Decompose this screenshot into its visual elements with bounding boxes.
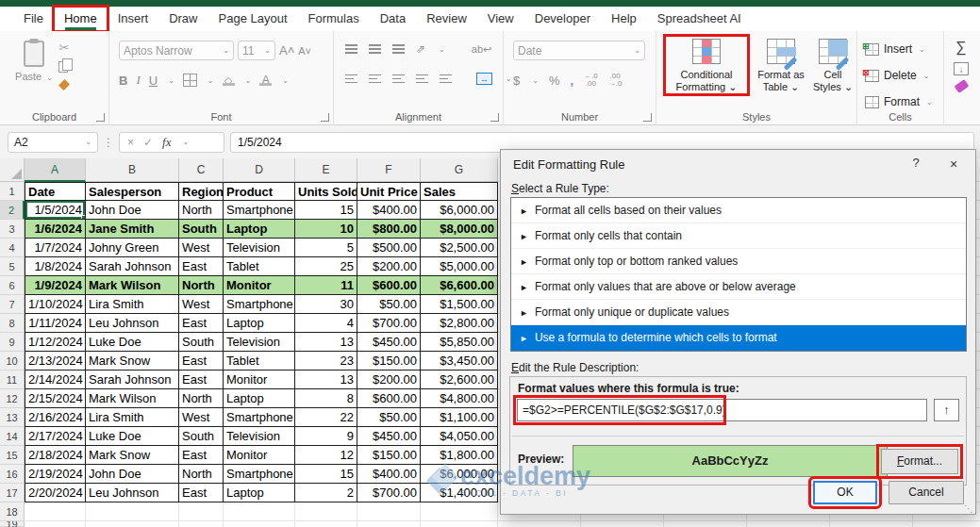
- cell-F8[interactable]: $700.00: [357, 314, 421, 333]
- cell-G9[interactable]: $5,850.00: [421, 333, 498, 352]
- cancel-button[interactable]: Cancel: [889, 481, 964, 504]
- row-header-14[interactable]: 14: [0, 427, 25, 446]
- cell-C17[interactable]: East: [179, 484, 224, 502]
- cell-E18[interactable]: [295, 502, 357, 521]
- cell-A13[interactable]: 2/16/2024: [25, 408, 86, 427]
- cell-B11[interactable]: Sarah Johnson: [86, 371, 179, 389]
- cell-styles-button[interactable]: Cell Styles ⌄: [811, 37, 855, 93]
- row-header-12[interactable]: 12: [0, 389, 25, 408]
- row-header-8[interactable]: 8: [0, 314, 25, 333]
- row-header-9[interactable]: 9: [0, 333, 25, 352]
- cell-E9[interactable]: 13: [295, 333, 357, 352]
- cell-F3[interactable]: $800.00: [357, 220, 421, 239]
- cell-G16[interactable]: $6,000.00: [421, 465, 498, 484]
- column-header-G[interactable]: G: [421, 158, 498, 182]
- row-header-1[interactable]: 1: [0, 182, 25, 201]
- decrease-indent-button[interactable]: [416, 74, 428, 84]
- cell-C14[interactable]: South: [179, 427, 224, 446]
- cancel-entry-icon[interactable]: ×: [127, 136, 134, 149]
- orientation-button[interactable]: ⇗: [416, 42, 425, 56]
- tab-insert[interactable]: Insert: [108, 7, 159, 31]
- tab-view[interactable]: View: [477, 7, 524, 31]
- italic-button[interactable]: I: [136, 73, 140, 88]
- cell-E3[interactable]: 10: [295, 220, 357, 239]
- shrink-font-button[interactable]: A˅: [298, 45, 311, 57]
- cell-B6[interactable]: Mark Wilson: [86, 276, 179, 295]
- dialog-close-button[interactable]: ×: [939, 154, 968, 174]
- cell-G18[interactable]: [421, 502, 498, 521]
- row-header-2[interactable]: 2: [0, 201, 25, 220]
- cell-E17[interactable]: 2: [295, 484, 357, 502]
- cell-B3[interactable]: Jane Smith: [86, 220, 179, 239]
- cell-F7[interactable]: $50.00: [357, 295, 421, 314]
- cell-A7[interactable]: 1/10/2024: [25, 295, 86, 314]
- cell-G12[interactable]: $4,800.00: [421, 389, 498, 408]
- row-header-5[interactable]: 5: [0, 257, 25, 276]
- decrease-decimal-button[interactable]: .00→.0: [608, 73, 623, 88]
- cell-A11[interactable]: 2/14/2024: [25, 371, 86, 389]
- copy-button[interactable]: [58, 61, 68, 73]
- cell-E6[interactable]: 11: [295, 276, 357, 295]
- format-painter-button[interactable]: [58, 79, 70, 91]
- cell-B5[interactable]: Sarah Johnson: [86, 257, 179, 276]
- cell-D17[interactable]: Laptop: [224, 484, 295, 502]
- cell-B9[interactable]: Luke Doe: [86, 333, 179, 352]
- align-center-button[interactable]: [369, 74, 381, 84]
- underline-button[interactable]: U: [149, 74, 158, 88]
- column-header-B[interactable]: B: [86, 158, 179, 182]
- cell-A4[interactable]: 1/7/2024: [25, 239, 86, 257]
- align-top-button[interactable]: [345, 44, 357, 54]
- cell-E8[interactable]: 4: [295, 314, 357, 333]
- currency-button[interactable]: $: [513, 74, 520, 88]
- row-header-4[interactable]: 4: [0, 239, 25, 257]
- dialog-help-button[interactable]: ?: [904, 156, 928, 174]
- tab-data[interactable]: Data: [370, 7, 416, 31]
- cell-G7[interactable]: $1,500.00: [421, 295, 498, 314]
- cell-F2[interactable]: $400.00: [357, 201, 421, 220]
- cell-E2[interactable]: 15: [295, 201, 357, 220]
- row-header-15[interactable]: 15: [0, 446, 25, 465]
- conditional-formatting-button[interactable]: Conditional Formatting ⌄: [666, 37, 747, 93]
- column-header-E[interactable]: E: [295, 158, 357, 182]
- cell-D10[interactable]: Tablet: [224, 352, 295, 371]
- cell-D18[interactable]: [224, 502, 295, 521]
- format-button[interactable]: Format...: [881, 449, 958, 474]
- cell-D11[interactable]: Monitor: [224, 371, 295, 389]
- cell-A2[interactable]: 1/5/2024: [25, 201, 86, 220]
- cell-B19[interactable]: [86, 521, 179, 527]
- cell-A19[interactable]: [25, 521, 86, 527]
- cell-C12[interactable]: North: [179, 389, 224, 408]
- cell-D2[interactable]: Smartphone: [224, 201, 295, 220]
- cell-F1[interactable]: Unit Price: [357, 182, 421, 201]
- borders-button[interactable]: [183, 74, 197, 87]
- cell-C8[interactable]: East: [179, 314, 224, 333]
- tab-help[interactable]: Help: [601, 7, 647, 31]
- grow-font-button[interactable]: A˄: [279, 43, 294, 58]
- cell-F13[interactable]: $50.00: [357, 408, 421, 427]
- cell-E12[interactable]: 8: [295, 389, 357, 408]
- cell-G14[interactable]: $4,050.00: [421, 427, 498, 446]
- cell-A9[interactable]: 1/12/2024: [25, 333, 86, 352]
- column-header-F[interactable]: F: [357, 158, 421, 182]
- cell-F11[interactable]: $200.00: [357, 371, 421, 389]
- cell-G10[interactable]: $3,450.00: [421, 352, 498, 371]
- column-header-C[interactable]: C: [179, 158, 224, 182]
- tab-page-layout[interactable]: Page Layout: [208, 7, 298, 31]
- cell-A18[interactable]: [25, 502, 86, 521]
- cell-A3[interactable]: 1/6/2024: [25, 220, 86, 239]
- cell-D9[interactable]: Television: [224, 333, 295, 352]
- cell-G1[interactable]: Sales: [421, 182, 498, 201]
- select-all-corner[interactable]: [0, 158, 25, 182]
- insert-cells-button[interactable]: ⊞ Insert⌄: [865, 42, 925, 56]
- cell-B10[interactable]: Mark Snow: [86, 352, 179, 371]
- cell-D1[interactable]: Product: [224, 182, 295, 201]
- resize-grip[interactable]: ⋱: [964, 503, 973, 514]
- fill-button[interactable]: ↓: [954, 62, 969, 75]
- cell-A1[interactable]: Date: [25, 182, 86, 201]
- cell-F18[interactable]: [357, 502, 421, 521]
- row-header-18[interactable]: 18: [0, 502, 25, 521]
- cell-D16[interactable]: Smartphone: [224, 465, 295, 484]
- number-format-select[interactable]: Date⌄: [513, 41, 645, 60]
- cell-D3[interactable]: Laptop: [224, 220, 295, 239]
- cell-F9[interactable]: $450.00: [357, 333, 421, 352]
